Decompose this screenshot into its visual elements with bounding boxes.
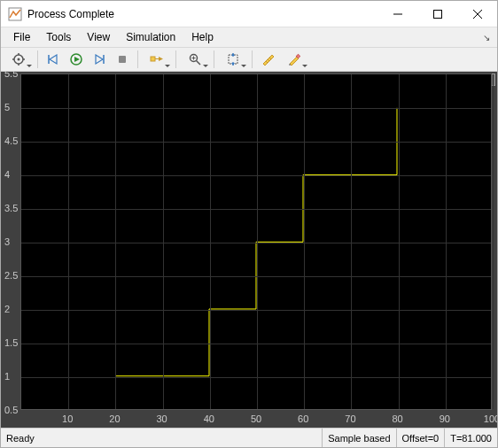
- separator: [214, 50, 214, 68]
- maximize-button[interactable]: [417, 1, 457, 27]
- y-tick-label: 5: [4, 102, 10, 112]
- svg-rect-2: [433, 10, 441, 18]
- x-tick-label: 60: [298, 413, 308, 424]
- zoom-button[interactable]: [181, 50, 209, 69]
- x-tick-label: 80: [392, 413, 402, 424]
- run-button[interactable]: [66, 50, 87, 69]
- highlight-signal-button[interactable]: [143, 50, 171, 69]
- x-tick-label: 50: [251, 413, 261, 424]
- y-tick-label: 4.5: [4, 135, 18, 146]
- y-tick-label: 2: [4, 304, 10, 314]
- menu-tools[interactable]: Tools: [39, 29, 78, 45]
- separator: [252, 50, 253, 68]
- separator: [175, 50, 176, 68]
- separator: [137, 50, 138, 68]
- toolbar: [1, 47, 497, 72]
- svg-marker-20: [159, 57, 163, 61]
- svg-marker-15: [96, 55, 103, 64]
- y-tick-label: 4: [4, 169, 10, 180]
- y-tick-label: 2.5: [4, 270, 18, 281]
- x-tick-label: 90: [440, 413, 450, 424]
- y-tick-label: 1.5: [4, 337, 18, 348]
- y-tick-label: 3: [4, 236, 10, 247]
- x-tick-label: 30: [156, 413, 167, 424]
- configure-button[interactable]: [4, 50, 33, 69]
- status-sample: Sample based: [322, 429, 395, 447]
- svg-rect-17: [119, 56, 126, 63]
- svg-marker-14: [74, 57, 80, 62]
- x-tick-label: 20: [109, 413, 120, 424]
- svg-marker-34: [290, 57, 299, 66]
- menubar-overflow-icon[interactable]: ↘: [483, 33, 490, 42]
- svg-rect-18: [151, 57, 155, 61]
- close-button[interactable]: [457, 1, 497, 27]
- window-title: Process Complete: [27, 8, 377, 20]
- measurements-button[interactable]: [257, 50, 278, 69]
- minimize-button[interactable]: [377, 1, 417, 27]
- stop-button[interactable]: [112, 50, 133, 69]
- status-time: T=81.000: [444, 429, 497, 447]
- menu-file[interactable]: File: [6, 29, 37, 45]
- axes: 1020304050607080901000.511.522.533.544.5…: [1, 72, 497, 428]
- plot-area[interactable]: 1020304050607080901000.511.522.533.544.5…: [1, 72, 497, 428]
- menubar: File Tools View Simulation Help ↘: [1, 27, 497, 47]
- plot-inner: [20, 73, 492, 410]
- menu-help[interactable]: Help: [184, 29, 221, 45]
- status-offset: Offset=0: [396, 429, 445, 447]
- titlebar: Process Complete: [1, 1, 497, 27]
- svg-marker-29: [231, 63, 235, 66]
- svg-line-4: [473, 10, 482, 19]
- app-icon: [8, 7, 22, 21]
- svg-marker-11: [50, 55, 57, 64]
- x-tick-label: 100: [484, 413, 497, 424]
- x-tick-label: 10: [62, 413, 73, 424]
- separator: [37, 50, 38, 68]
- menu-simulation[interactable]: Simulation: [119, 29, 183, 45]
- menu-view[interactable]: View: [80, 29, 117, 45]
- svg-line-3: [473, 10, 482, 19]
- svg-point-6: [18, 58, 20, 61]
- annotate-button[interactable]: [280, 50, 308, 69]
- step-back-button[interactable]: [43, 50, 64, 69]
- y-tick-label: 1: [4, 371, 10, 382]
- autoscale-button[interactable]: [219, 50, 247, 69]
- y-tick-label: 0.5: [4, 405, 18, 415]
- x-tick-label: 70: [345, 413, 355, 424]
- y-tick-label: 3.5: [4, 203, 18, 213]
- svg-line-22: [197, 61, 201, 66]
- y-tick-label: 5.5: [4, 72, 18, 79]
- status-ready: Ready: [1, 429, 322, 447]
- step-forward-button[interactable]: [89, 50, 110, 69]
- statusbar: Ready Sample based Offset=0 T=81.000: [1, 428, 497, 447]
- x-tick-label: 40: [204, 413, 214, 424]
